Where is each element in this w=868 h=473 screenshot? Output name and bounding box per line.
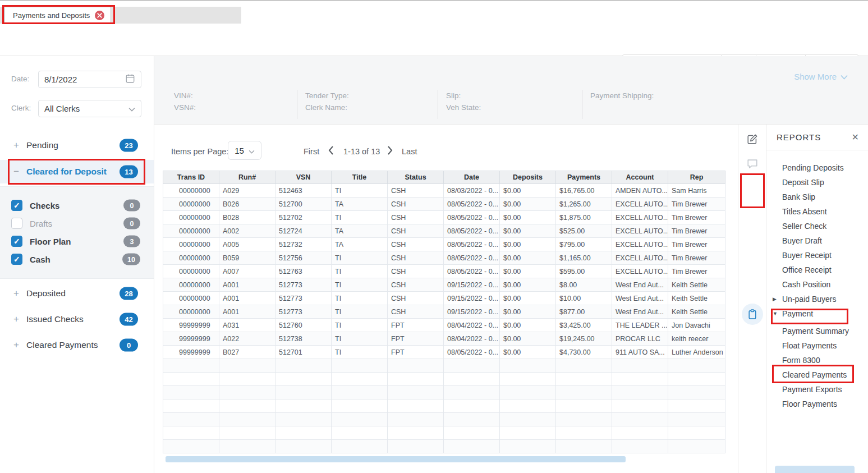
table-row[interactable]: 00000000B028512702TICSH08/05/2022 - 0...… — [163, 211, 725, 224]
filter-row-cash[interactable]: Cash10 — [0, 250, 154, 268]
table-row[interactable]: 99999999B027512701TIFPT08/05/2022 - 0...… — [163, 346, 725, 359]
table-row[interactable]: 00000000A007512763TICSH08/05/2022 - 0...… — [163, 265, 725, 278]
report-item-cleared-payments[interactable]: Cleared Payments — [766, 368, 868, 382]
expand-icon[interactable]: + — [13, 339, 26, 351]
edit-note-icon[interactable] — [746, 133, 759, 148]
report-item-payment[interactable]: ▼Payment — [766, 306, 868, 321]
comment-icon[interactable] — [746, 158, 759, 172]
column-header-date[interactable]: Date — [444, 171, 500, 184]
report-item-form-8300[interactable]: Form 8300 — [766, 353, 868, 368]
sidebar-group-cleared-for-deposit[interactable]: −Cleared for Deposit13 — [0, 160, 154, 183]
report-item-buyer-receipt[interactable]: Buyer Receipt — [766, 248, 868, 263]
checkbox[interactable] — [11, 254, 22, 265]
date-field[interactable] — [38, 71, 141, 88]
table-row[interactable]: 00000000A029512463TICSH08/03/2022 - 0...… — [163, 184, 725, 198]
table-row[interactable]: 99999999A031512760TIFPT08/04/2022 - 0...… — [163, 319, 725, 332]
report-item-floor-payments[interactable]: Floor Payments — [766, 397, 868, 411]
report-item-seller-check[interactable]: Seller Check — [766, 219, 868, 233]
triangle-right-icon[interactable]: ▶ — [773, 292, 777, 306]
checkbox[interactable] — [11, 236, 22, 247]
table-cell: CSH — [388, 184, 444, 198]
expand-icon[interactable]: + — [13, 140, 26, 151]
column-header-run[interactable]: Run# — [219, 171, 275, 184]
report-item-deposit-slip[interactable]: Deposit Slip — [766, 175, 868, 190]
show-more-link[interactable]: Show More — [794, 72, 848, 81]
table-cell: TI — [332, 184, 388, 198]
sidebar-group-deposited[interactable]: +Deposited28 — [0, 283, 154, 304]
table-empty-row — [163, 399, 725, 413]
table-cell: $4,730.00 — [556, 346, 612, 359]
expand-icon[interactable]: − — [13, 166, 26, 177]
tab-payments-and-deposits[interactable]: Payments and Deposits — [4, 7, 111, 24]
sidebar-group-issued-checks[interactable]: +Issued Checks42 — [0, 309, 154, 329]
table-cell: TI — [332, 319, 388, 332]
report-item-office-receipt[interactable]: Office Receipt — [766, 263, 868, 277]
pagination-prev-icon[interactable] — [328, 146, 334, 157]
table-row[interactable]: 00000000A001512773TICSH09/15/2022 - 0...… — [163, 305, 725, 319]
reports-scrollbar[interactable] — [775, 466, 855, 473]
table-empty-cell — [219, 440, 275, 453]
triangle-down-icon[interactable]: ▼ — [773, 306, 778, 321]
table-row[interactable]: 00000000A001512773TICSH09/15/2022 - 0...… — [163, 292, 725, 305]
column-header-title[interactable]: Title — [332, 171, 388, 184]
reports-close-icon[interactable]: ✕ — [852, 132, 859, 143]
items-per-page-select[interactable]: 15 — [228, 141, 261, 160]
table-cell: TI — [332, 346, 388, 359]
table-empty-cell — [556, 373, 612, 386]
table-empty-cell — [163, 440, 219, 453]
table-row[interactable]: 00000000B059512756TICSH08/05/2022 - 0...… — [163, 251, 725, 265]
filter-row-floor-plan[interactable]: Floor Plan3 — [0, 232, 154, 250]
table-cell: CSH — [388, 251, 444, 265]
report-item-cash-position[interactable]: Cash Position — [766, 277, 868, 292]
table-row[interactable]: 00000000A001512773TICSH09/15/2022 - 0...… — [163, 278, 725, 292]
report-item-un-paid-buyers[interactable]: ▶Un-paid Buyers — [766, 292, 868, 306]
report-item-titles-absent[interactable]: Titles Absent — [766, 204, 868, 219]
sidebar-group-pending[interactable]: +Pending23 — [0, 135, 154, 156]
report-item-payment-exports[interactable]: Payment Exports — [766, 382, 868, 397]
horizontal-scrollbar[interactable] — [166, 456, 626, 462]
pagination-last-button[interactable]: Last — [402, 147, 417, 156]
tab-close-icon[interactable] — [95, 11, 104, 20]
column-header-trans-id[interactable]: Trans ID — [163, 171, 219, 184]
table-cell: 08/05/2022 - 0... — [444, 224, 500, 238]
reports-panel: REPORTS ✕ Pending DepositsDeposit SlipBa… — [766, 125, 868, 473]
column-header-payments[interactable]: Payments — [556, 171, 612, 184]
table-empty-cell — [444, 440, 500, 453]
table-empty-cell — [444, 426, 500, 440]
table-cell: $8.00 — [556, 278, 612, 292]
report-item-buyer-draft[interactable]: Buyer Draft — [766, 233, 868, 248]
date-input[interactable] — [44, 75, 125, 84]
expand-icon[interactable]: + — [13, 288, 26, 299]
table-empty-cell — [556, 413, 612, 426]
detail-field-label: Veh State: — [446, 102, 481, 113]
report-item-pending-deposits[interactable]: Pending Deposits — [766, 160, 868, 175]
filter-row-checks[interactable]: Checks0 — [0, 196, 154, 214]
checkbox[interactable] — [11, 200, 22, 211]
clerk-select[interactable]: All Clerks — [38, 100, 141, 117]
checkbox[interactable] — [11, 218, 22, 229]
column-header-status[interactable]: Status — [388, 171, 444, 184]
report-item-float-payments[interactable]: Float Payments — [766, 338, 868, 353]
filter-row-drafts[interactable]: Drafts0 — [0, 214, 154, 232]
report-item-payment-summary[interactable]: Payment Summary — [766, 324, 868, 338]
column-header-rep[interactable]: Rep — [668, 171, 725, 184]
table-row[interactable]: 00000000A002512724TACSH08/05/2022 - 0...… — [163, 224, 725, 238]
table-cell: $3,425.00 — [556, 319, 612, 332]
column-header-account[interactable]: Account — [612, 171, 668, 184]
reports-clipboard-icon[interactable] — [742, 304, 763, 325]
table-row[interactable]: 00000000A005512732TACSH08/05/2022 - 0...… — [163, 238, 725, 251]
table-row[interactable]: 99999999A022512738TIFPT08/04/2022 - 0...… — [163, 332, 725, 346]
table-row[interactable]: 00000000B026512700TACSH08/05/2022 - 0...… — [163, 198, 725, 211]
sidebar-group-cleared-payments[interactable]: +Cleared Payments0 — [0, 335, 154, 355]
calendar-icon[interactable] — [125, 74, 135, 85]
column-header-vsn[interactable]: VSN — [275, 171, 332, 184]
pagination-next-icon[interactable] — [387, 146, 393, 157]
report-item-bank-slip[interactable]: Bank Slip — [766, 190, 868, 204]
column-header-deposits[interactable]: Deposits — [500, 171, 556, 184]
expand-icon[interactable]: + — [13, 314, 26, 325]
table-empty-cell — [163, 399, 219, 413]
pagination-first-button[interactable]: First — [304, 147, 319, 156]
table-cell: $0.00 — [500, 238, 556, 251]
table-empty-cell — [163, 413, 219, 426]
filter-label: Checks — [30, 201, 59, 210]
